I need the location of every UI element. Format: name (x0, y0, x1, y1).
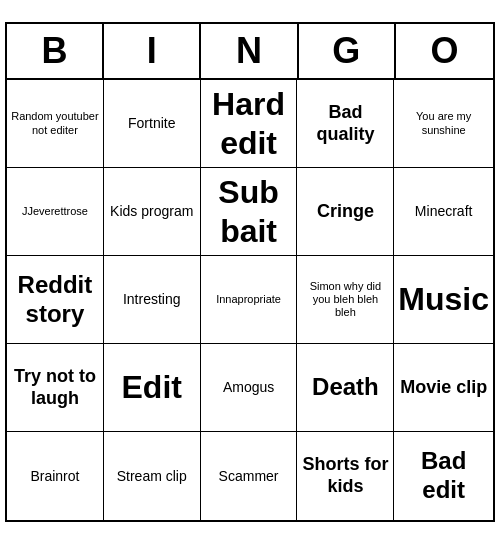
bingo-cell: Innapropriate (201, 256, 298, 344)
bingo-cell: Try not to laugh (7, 344, 104, 432)
bingo-cell: Shorts for kids (297, 432, 394, 520)
bingo-cell: Music (394, 256, 493, 344)
bingo-cell: You are my sunshine (394, 80, 493, 168)
bingo-cell: Reddit story (7, 256, 104, 344)
bingo-cell: Cringe (297, 168, 394, 256)
header-letter: I (104, 24, 201, 78)
bingo-cell: Random youtuber not editer (7, 80, 104, 168)
bingo-cell: Fortnite (104, 80, 201, 168)
bingo-cell: Bad edit (394, 432, 493, 520)
bingo-cell: Bad quality (297, 80, 394, 168)
bingo-card: BINGO Random youtuber not editerFortnite… (5, 22, 495, 522)
bingo-cell: Death (297, 344, 394, 432)
bingo-header: BINGO (7, 24, 493, 80)
bingo-cell: JJeverettrose (7, 168, 104, 256)
bingo-cell: Edit (104, 344, 201, 432)
bingo-cell: Simon why did you bleh bleh bleh (297, 256, 394, 344)
bingo-cell: Intresting (104, 256, 201, 344)
header-letter: O (396, 24, 493, 78)
bingo-cell: Hard edit (201, 80, 298, 168)
bingo-cell: Kids program (104, 168, 201, 256)
bingo-cell: Stream clip (104, 432, 201, 520)
header-letter: B (7, 24, 104, 78)
header-letter: G (299, 24, 396, 78)
header-letter: N (201, 24, 298, 78)
bingo-cell: Minecraft (394, 168, 493, 256)
bingo-cell: Scammer (201, 432, 298, 520)
bingo-cell: Amogus (201, 344, 298, 432)
bingo-grid: Random youtuber not editerFortniteHard e… (7, 80, 493, 520)
bingo-cell: Brainrot (7, 432, 104, 520)
bingo-cell: Movie clip (394, 344, 493, 432)
bingo-cell: Sub bait (201, 168, 298, 256)
